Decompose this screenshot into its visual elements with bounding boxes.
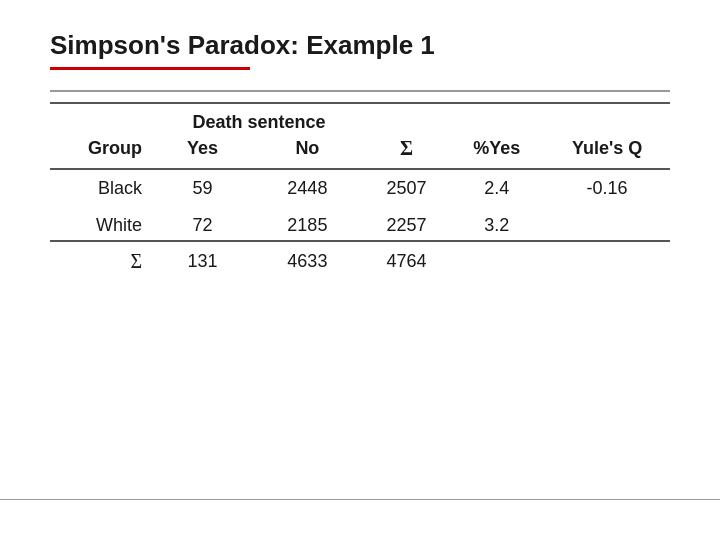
page-title: Simpson's Paradox: Example 1 <box>50 30 670 61</box>
row-black-pct: 2.4 <box>449 169 544 207</box>
sigma-header-empty <box>364 103 449 135</box>
row-white-sigma: 2257 <box>364 207 449 241</box>
col-no: No <box>251 135 364 169</box>
row-total-pct <box>449 241 544 281</box>
col-pct-yes: %Yes <box>449 135 544 169</box>
title-underline <box>50 67 250 70</box>
col-yules-q: Yule's Q <box>544 135 670 169</box>
row-total-no: 4633 <box>251 241 364 281</box>
table-row: Black 59 2448 2507 2.4 -0.16 <box>50 169 670 207</box>
col-group: Group <box>50 135 154 169</box>
col-sigma: Σ <box>364 135 449 169</box>
row-total-group: Σ <box>50 241 154 281</box>
top-divider <box>50 90 670 92</box>
row-white-yq <box>544 207 670 241</box>
bottom-divider <box>0 499 720 501</box>
table-row: White 72 2185 2257 3.2 <box>50 207 670 241</box>
row-black-yq: -0.16 <box>544 169 670 207</box>
row-white-pct: 3.2 <box>449 207 544 241</box>
table-row: Σ 131 4633 4764 <box>50 241 670 281</box>
row-black-no: 2448 <box>251 169 364 207</box>
table-header-cols: Group Yes No Σ %Yes Yule's Q <box>50 135 670 169</box>
row-white-no: 2185 <box>251 207 364 241</box>
page: Simpson's Paradox: Example 1 Death sente… <box>0 0 720 540</box>
title-section: Simpson's Paradox: Example 1 <box>50 30 670 70</box>
table-header-category: Death sentence <box>50 103 670 135</box>
row-white-yes: 72 <box>154 207 251 241</box>
table-wrapper: Death sentence Group Yes No Σ %Yes Yule'… <box>50 102 670 281</box>
data-table: Death sentence Group Yes No Σ %Yes Yule'… <box>50 102 670 281</box>
row-black-group: Black <box>50 169 154 207</box>
yq-header-empty <box>544 103 670 135</box>
row-total-sigma: 4764 <box>364 241 449 281</box>
row-white-group: White <box>50 207 154 241</box>
category-header: Death sentence <box>154 103 364 135</box>
pct-header-empty <box>449 103 544 135</box>
group-header-empty <box>50 103 154 135</box>
row-black-yes: 59 <box>154 169 251 207</box>
row-total-yes: 131 <box>154 241 251 281</box>
row-black-sigma: 2507 <box>364 169 449 207</box>
row-total-yq <box>544 241 670 281</box>
col-yes: Yes <box>154 135 251 169</box>
